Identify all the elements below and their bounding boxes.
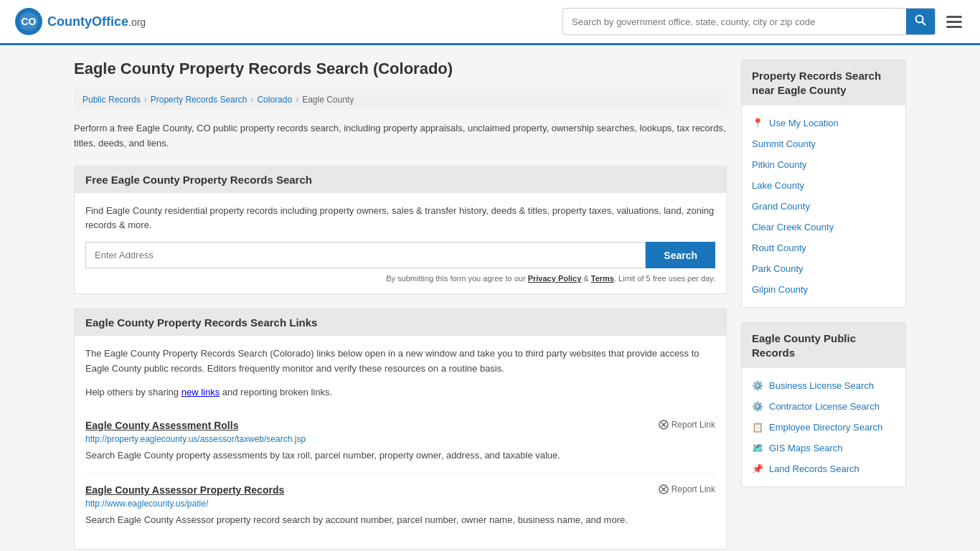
- sidebar-item-routt-county[interactable]: Routt County: [742, 237, 905, 258]
- address-search-button[interactable]: Search: [646, 242, 715, 268]
- employee-directory-link[interactable]: Employee Directory Search: [769, 422, 882, 433]
- links-section-body: The Eagle County Property Records Search…: [75, 336, 726, 548]
- free-search-description: Find Eagle County residential property r…: [85, 204, 715, 234]
- links-intro: The Eagle County Property Records Search…: [85, 347, 715, 377]
- address-search-form: Search: [85, 242, 715, 268]
- gear-icon: ⚙️: [752, 401, 763, 412]
- link-url[interactable]: http://property.eaglecounty.us/assessor/…: [85, 434, 715, 444]
- main-content: Eagle County Property Records Search (Co…: [74, 60, 727, 551]
- breadcrumb-link-property-records[interactable]: Property Records Search: [151, 95, 248, 105]
- logo-icon: CO: [14, 7, 43, 36]
- public-records-section: Eagle County Public Records ⚙️ Business …: [741, 322, 906, 487]
- routt-county-link[interactable]: Routt County: [752, 242, 806, 253]
- map-icon: 🗺️: [752, 443, 763, 453]
- svg-point-3: [916, 16, 923, 23]
- link-item: Eagle County Assessment Rolls Report Lin…: [85, 409, 715, 474]
- sidebar-item-land-records[interactable]: 📌 Land Records Search: [742, 458, 905, 479]
- link-description: Search Eagle County property assessments…: [85, 448, 715, 463]
- clear-creek-county-link[interactable]: Clear Creek County: [752, 222, 834, 232]
- svg-line-4: [923, 22, 926, 26]
- directory-icon: 📋: [752, 422, 763, 433]
- terms-link[interactable]: Terms: [591, 274, 614, 283]
- page-description: Perform a free Eagle County, CO public p…: [74, 121, 727, 151]
- pitkin-county-link[interactable]: Pitkin County: [752, 159, 807, 170]
- links-section: Eagle County Property Records Search Lin…: [74, 309, 727, 549]
- sidebar-item-gis-maps[interactable]: 🗺️ GIS Maps Search: [742, 438, 905, 458]
- grand-county-link[interactable]: Grand County: [752, 201, 810, 212]
- breadcrumb-link-colorado[interactable]: Colorado: [257, 95, 292, 105]
- link-url[interactable]: http://www.eaglecounty.us/patie/: [85, 499, 715, 509]
- lake-county-link[interactable]: Lake County: [752, 180, 804, 191]
- link-item-header: Eagle County Assessment Rolls Report Lin…: [85, 420, 715, 431]
- search-icon: [915, 14, 926, 26]
- free-search-section: Free Eagle County Property Records Searc…: [74, 166, 727, 295]
- hamburger-menu-icon[interactable]: [943, 12, 966, 32]
- header-search-button[interactable]: [906, 9, 935, 34]
- sidebar-item-pitkin-county[interactable]: Pitkin County: [742, 154, 905, 175]
- header-right: [562, 8, 966, 35]
- report-icon: [659, 420, 669, 430]
- park-county-link[interactable]: Park County: [752, 263, 804, 274]
- location-icon: 📍: [752, 118, 763, 128]
- header: CO CountyOffice.org: [0, 0, 980, 45]
- new-links-link[interactable]: new links: [182, 387, 220, 397]
- nearby-section-header: Property Records Search near Eagle Count…: [742, 60, 905, 105]
- gear-double-icon: ⚙️: [752, 380, 763, 391]
- report-link-button[interactable]: Report Link: [659, 484, 715, 494]
- report-icon: [659, 484, 669, 494]
- link-item: Eagle County Assessor Property Records R…: [85, 474, 715, 538]
- link-item-title[interactable]: Eagle County Assessor Property Records: [85, 484, 284, 496]
- form-notice: By submitting this form you agree to our…: [85, 274, 715, 283]
- summit-county-link[interactable]: Summit County: [752, 138, 816, 149]
- business-license-link[interactable]: Business License Search: [769, 380, 874, 391]
- land-records-link[interactable]: Land Records Search: [769, 463, 859, 474]
- contractor-license-link[interactable]: Contractor License Search: [769, 401, 880, 412]
- sidebar-item-lake-county[interactable]: Lake County: [742, 175, 905, 196]
- svg-text:CO: CO: [22, 16, 37, 27]
- sidebar-item-employee-directory[interactable]: 📋 Employee Directory Search: [742, 417, 905, 438]
- links-help: Help others by sharing new links and rep…: [85, 385, 715, 400]
- use-my-location-link[interactable]: Use My Location: [769, 118, 839, 128]
- address-search-input[interactable]: [85, 242, 646, 268]
- gis-maps-link[interactable]: GIS Maps Search: [769, 443, 843, 453]
- sidebar-item-contractor-license[interactable]: ⚙️ Contractor License Search: [742, 396, 905, 417]
- link-item-header: Eagle County Assessor Property Records R…: [85, 484, 715, 496]
- sidebar-item-grand-county[interactable]: Grand County: [742, 196, 905, 217]
- sidebar-item-summit-county[interactable]: Summit County: [742, 133, 905, 154]
- link-description: Search Eagle County Assessor property re…: [85, 513, 715, 527]
- land-icon: 📌: [752, 463, 763, 474]
- link-item-title[interactable]: Eagle County Assessment Rolls: [85, 420, 238, 431]
- public-records-section-body: ⚙️ Business License Search ⚙️ Contractor…: [742, 368, 905, 486]
- main-container: Eagle County Property Records Search (Co…: [60, 45, 920, 551]
- logo-text: CountyOffice.org: [47, 14, 146, 29]
- header-search-input[interactable]: [563, 11, 906, 33]
- sidebar-item-business-license[interactable]: ⚙️ Business License Search: [742, 375, 905, 396]
- links-section-header: Eagle County Property Records Search Lin…: [75, 309, 726, 336]
- sidebar-item-use-my-location[interactable]: 📍 Use My Location: [742, 113, 905, 133]
- sidebar-item-park-county[interactable]: Park County: [742, 258, 905, 279]
- sidebar: Property Records Search near Eagle Count…: [741, 60, 906, 551]
- breadcrumb-current: Eagle County: [302, 95, 354, 105]
- privacy-policy-link[interactable]: Privacy Policy: [528, 274, 582, 283]
- sidebar-item-clear-creek-county[interactable]: Clear Creek County: [742, 217, 905, 237]
- public-records-section-header: Eagle County Public Records: [742, 323, 905, 368]
- logo-area: CO CountyOffice.org: [14, 7, 146, 36]
- breadcrumb-link-public-records[interactable]: Public Records: [83, 95, 141, 105]
- nearby-section-body: 📍 Use My Location Summit County Pitkin C…: [742, 105, 905, 307]
- free-search-body: Find Eagle County residential property r…: [75, 193, 726, 294]
- sidebar-item-gilpin-county[interactable]: Gilpin County: [742, 279, 905, 300]
- report-link-button[interactable]: Report Link: [659, 420, 715, 430]
- gilpin-county-link[interactable]: Gilpin County: [752, 284, 808, 295]
- free-search-header: Free Eagle County Property Records Searc…: [75, 166, 726, 193]
- page-title: Eagle County Property Records Search (Co…: [74, 60, 727, 78]
- header-search-bar: [562, 8, 936, 35]
- breadcrumb: Public Records › Property Records Search…: [74, 89, 727, 110]
- nearby-section: Property Records Search near Eagle Count…: [741, 60, 906, 308]
